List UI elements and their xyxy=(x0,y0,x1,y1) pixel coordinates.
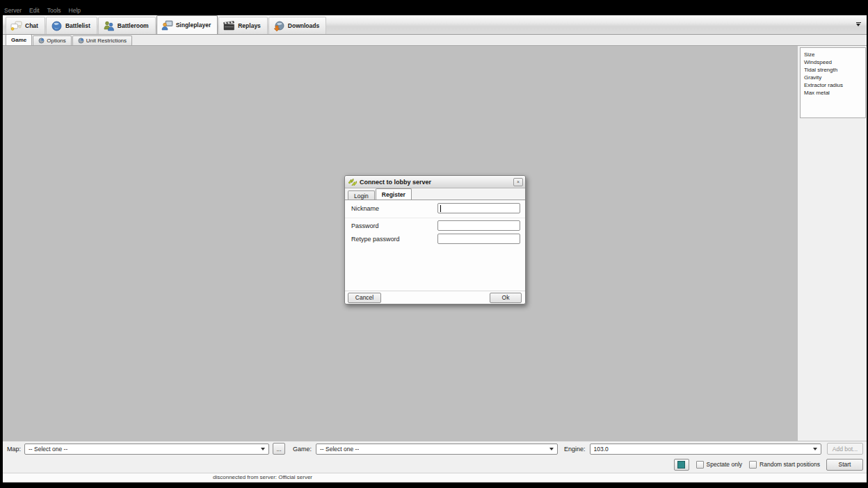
menu-bar: Server Edit Tools Help xyxy=(3,5,81,15)
close-button[interactable]: × xyxy=(513,178,523,186)
text-caret xyxy=(440,205,441,212)
connect-dialog-tabs: Login Register xyxy=(345,188,525,200)
tab-downloads-label: Downloads xyxy=(288,22,319,29)
tab-unit-restrictions-label: Unit Restrictions xyxy=(86,38,127,44)
random-start-positions-checkbox[interactable] xyxy=(749,461,757,469)
team-color-swatch xyxy=(677,461,685,469)
map-browse-button[interactable]: ... xyxy=(273,443,285,455)
cancel-button-label: Cancel xyxy=(355,294,373,301)
start-button-label: Start xyxy=(839,461,851,468)
map-game-engine-bar: Map: -- Select one -- ... Game: -- Selec… xyxy=(3,441,867,456)
map-select[interactable]: -- Select one -- xyxy=(24,444,269,455)
main-toolbar: Chat Battlelist xyxy=(3,15,867,35)
map-option-windspeed: Windspeed xyxy=(804,58,865,66)
screen: Server Edit Tools Help Chat xyxy=(0,0,868,488)
nickname-field[interactable] xyxy=(437,203,520,213)
options-icon xyxy=(38,38,45,44)
nickname-label: Nickname xyxy=(351,205,379,212)
connect-dialog-titlebar[interactable]: Connect to lobby server × xyxy=(345,176,525,188)
game-label: Game: xyxy=(293,446,312,453)
map-option-size: Size xyxy=(804,51,865,58)
password-label: Password xyxy=(351,222,379,229)
sub-tab-bar: Game Options Unit Restri xyxy=(3,35,867,46)
status-text: disconnected from server: Official serve… xyxy=(213,474,312,480)
tab-replays-label: Replays xyxy=(238,22,261,29)
tab-login[interactable]: Login xyxy=(348,190,375,200)
chevron-down-icon xyxy=(261,448,265,450)
dialog-footer: Cancel Ok xyxy=(345,291,525,304)
connect-dialog: Connect to lobby server × Login Register… xyxy=(344,175,526,304)
add-bot-button[interactable]: Add bot... xyxy=(827,443,863,455)
status-bar: disconnected from server: Official serve… xyxy=(3,473,867,481)
engine-label: Engine: xyxy=(564,446,586,453)
retype-password-field[interactable] xyxy=(437,234,520,244)
retype-password-label: Retype password xyxy=(351,236,400,243)
tab-options-label: Options xyxy=(47,38,66,44)
map-label: Map: xyxy=(7,446,21,453)
tab-unit-restrictions[interactable]: Unit Restrictions xyxy=(72,35,132,45)
map-option-gravity: Gravity xyxy=(804,74,865,81)
tab-battlelist[interactable]: Battlelist xyxy=(46,17,97,34)
start-options-bar: Spectate only Random start positions Sta… xyxy=(3,456,867,473)
tab-register-label: Register xyxy=(382,191,405,198)
chevron-down-icon xyxy=(813,448,817,450)
globe-icon xyxy=(51,21,63,31)
register-form: Nickname Password Retype password xyxy=(345,200,525,291)
app-window: Chat Battlelist xyxy=(3,15,867,482)
toolbar-overflow-button[interactable] xyxy=(856,22,862,28)
tab-battlelist-label: Battlelist xyxy=(65,22,90,29)
tab-options[interactable]: Options xyxy=(33,35,72,45)
connect-dialog-title: Connect to lobby server xyxy=(360,179,513,186)
form-separator xyxy=(345,218,525,218)
tab-battleroom[interactable]: Battleroom xyxy=(98,17,156,34)
password-field[interactable] xyxy=(437,220,520,231)
spectate-only-label: Spectate only xyxy=(707,461,743,468)
tab-game[interactable]: Game xyxy=(6,34,32,45)
menu-tools[interactable]: Tools xyxy=(47,7,61,14)
map-option-maxmetal: Max metal xyxy=(804,89,865,97)
game-select-value: -- Select one -- xyxy=(320,446,359,453)
team-color-button[interactable] xyxy=(674,459,689,471)
unit-restrictions-icon xyxy=(78,38,84,44)
tab-singleplayer-label: Singleplayer xyxy=(176,22,211,29)
close-icon: × xyxy=(517,179,520,184)
map-options-sidebar: Size Windspeed Tidal strength Gravity Ex… xyxy=(798,46,867,441)
chevron-down-icon xyxy=(549,448,554,450)
user-monitor-icon xyxy=(161,20,173,31)
chevron-down-icon xyxy=(856,24,860,26)
ok-button[interactable]: Ok xyxy=(490,293,522,303)
menu-edit[interactable]: Edit xyxy=(29,7,40,14)
map-select-value: -- Select one -- xyxy=(29,446,67,453)
chat-icon xyxy=(10,21,22,31)
tab-register[interactable]: Register xyxy=(376,188,412,200)
menu-server[interactable]: Server xyxy=(4,7,22,14)
map-options-list: Size Windspeed Tidal strength Gravity Ex… xyxy=(800,47,866,118)
game-select[interactable]: -- Select one -- xyxy=(316,444,558,455)
random-start-positions-label: Random start positions xyxy=(760,461,820,468)
spectate-only-checkbox[interactable] xyxy=(696,461,704,469)
connect-icon xyxy=(348,176,357,188)
two-users-icon xyxy=(103,21,115,31)
map-option-extractor: Extractor radius xyxy=(804,81,865,89)
engine-select-value: 103.0 xyxy=(594,446,609,453)
globe-download-icon xyxy=(273,21,285,31)
cancel-button[interactable]: Cancel xyxy=(348,293,381,303)
tab-battleroom-label: Battleroom xyxy=(118,22,149,29)
tab-login-label: Login xyxy=(354,193,369,200)
tab-downloads[interactable]: Downloads xyxy=(268,17,326,34)
tab-replays[interactable]: Replays xyxy=(218,17,268,34)
tab-chat-label: Chat xyxy=(25,22,38,29)
start-button[interactable]: Start xyxy=(826,459,863,471)
menu-help[interactable]: Help xyxy=(69,7,81,14)
overflow-bar-icon xyxy=(856,22,861,23)
clapperboard-icon xyxy=(223,21,235,31)
tab-singleplayer[interactable]: Singleplayer xyxy=(156,15,218,34)
ok-button-label: Ok xyxy=(502,294,510,301)
add-bot-label: Add bot... xyxy=(833,446,858,453)
tab-chat[interactable]: Chat xyxy=(6,17,45,34)
engine-select[interactable]: 103.0 xyxy=(590,444,821,455)
map-browse-label: ... xyxy=(276,446,281,453)
map-option-tidal: Tidal strength xyxy=(804,66,865,74)
tab-game-label: Game xyxy=(11,37,26,43)
